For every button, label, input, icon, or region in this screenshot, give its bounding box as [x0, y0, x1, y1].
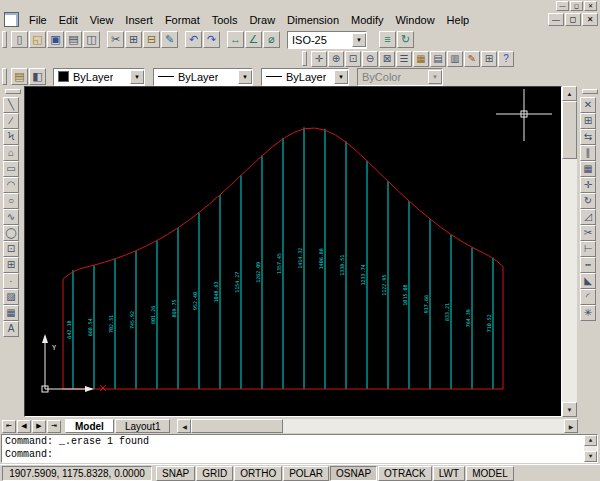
- osnap-toggle[interactable]: OSNAP: [330, 466, 377, 481]
- open-file-button[interactable]: ◱: [29, 31, 46, 48]
- lineweight-combo[interactable]: ByLayer▼: [261, 68, 349, 86]
- array-button[interactable]: ▦: [580, 161, 596, 177]
- tab-model[interactable]: Model: [65, 419, 114, 433]
- dim-angular-button[interactable]: ∠: [245, 31, 262, 48]
- doc-close-button[interactable]: ✕: [582, 13, 598, 26]
- construction-line-button[interactable]: ∕: [3, 113, 19, 129]
- snap-toggle[interactable]: SNAP: [156, 466, 195, 481]
- menu-dimension[interactable]: Dimension: [281, 12, 345, 28]
- toolbar-grip[interactable]: [302, 51, 307, 66]
- save-file-button[interactable]: ▣: [47, 31, 64, 48]
- tab-next-button[interactable]: ▶: [32, 420, 46, 433]
- vertical-scroll-thumb[interactable]: [562, 101, 577, 159]
- menu-edit[interactable]: Edit: [53, 12, 84, 28]
- doc-minimize-button[interactable]: —: [548, 13, 564, 26]
- ortho-toggle[interactable]: ORTHO: [234, 466, 282, 481]
- polygon-button[interactable]: ⌂: [3, 145, 19, 161]
- ellipse-button[interactable]: ◯: [3, 225, 19, 241]
- menu-tools[interactable]: Tools: [206, 12, 244, 28]
- linetype-combo[interactable]: ByLayer▼: [153, 68, 253, 86]
- plot-button[interactable]: ▤: [65, 31, 82, 48]
- make-block-button[interactable]: ⊞: [3, 257, 19, 273]
- toolbar-grip[interactable]: [582, 89, 598, 94]
- tab-first-button[interactable]: ⇤: [2, 420, 16, 433]
- dim-style-combo[interactable]: ISO-25 ▼: [287, 31, 367, 49]
- menu-insert[interactable]: Insert: [119, 12, 159, 28]
- lineweight-combo-drop[interactable]: ▼: [334, 70, 348, 84]
- tab-last-button[interactable]: ⇥: [47, 420, 61, 433]
- extend-button[interactable]: ⊢: [580, 241, 596, 257]
- rotate-button[interactable]: ↻: [580, 193, 596, 209]
- polyline-button[interactable]: Ϟ: [3, 129, 19, 145]
- command-scroll-down-button[interactable]: ▼: [584, 451, 597, 462]
- toolbar-grip[interactable]: [2, 31, 7, 48]
- markup-button[interactable]: ✎: [464, 51, 480, 67]
- scroll-up-button[interactable]: ▲: [562, 86, 577, 101]
- redo-button[interactable]: ↷: [203, 31, 220, 48]
- design-center-button[interactable]: ▦: [413, 51, 429, 67]
- tool-palettes-button[interactable]: ▤: [430, 51, 446, 67]
- chamfer-button[interactable]: ◣: [580, 273, 596, 289]
- offset-button[interactable]: ∥: [580, 145, 596, 161]
- cut-button[interactable]: ✂: [107, 31, 124, 48]
- zoom-window-button[interactable]: ⊡: [345, 51, 361, 67]
- lwt-toggle[interactable]: LWT: [433, 466, 465, 481]
- otrack-toggle[interactable]: OTRACK: [378, 466, 432, 481]
- undo-button[interactable]: ↶: [185, 31, 202, 48]
- scroll-track[interactable]: [283, 419, 564, 433]
- trim-button[interactable]: ✂: [580, 225, 596, 241]
- help-button[interactable]: ?: [498, 51, 514, 67]
- hatch-button[interactable]: ▨: [3, 289, 19, 305]
- drawing-canvas[interactable]: 642.18668.54702.31745.92801.26869.75952.…: [24, 86, 562, 417]
- circle-button[interactable]: ○: [3, 193, 19, 209]
- copy-object-button[interactable]: ⊞: [580, 113, 596, 129]
- polar-toggle[interactable]: POLAR: [283, 466, 329, 481]
- break-button[interactable]: ┅: [580, 257, 596, 273]
- zoom-extents-button[interactable]: ⊠: [379, 51, 395, 67]
- layer-properties-manager-button[interactable]: ▤: [11, 68, 28, 85]
- linetype-combo-drop[interactable]: ▼: [238, 70, 252, 84]
- menu-draw[interactable]: Draw: [243, 12, 281, 28]
- explode-button[interactable]: ✳: [580, 305, 596, 321]
- match-properties-button[interactable]: ✎: [161, 31, 178, 48]
- pan-button[interactable]: ✛: [311, 51, 327, 67]
- ordinate-lines[interactable]: 642.18668.54702.31745.92801.26869.75952.…: [66, 127, 493, 389]
- copy-button[interactable]: ⊞: [125, 31, 142, 48]
- model-toggle[interactable]: MODEL: [466, 466, 514, 481]
- mirror-button[interactable]: ⇆: [580, 129, 596, 145]
- erase-button[interactable]: ✕: [580, 97, 596, 113]
- zoom-realtime-button[interactable]: ⊕: [328, 51, 344, 67]
- toolbar-grip[interactable]: [5, 89, 21, 94]
- dim-radius-button[interactable]: ⌀: [263, 31, 280, 48]
- tab-prev-button[interactable]: ◀: [17, 420, 31, 433]
- command-prompt-line[interactable]: Command:: [2, 448, 597, 461]
- properties-button[interactable]: ☰: [396, 51, 412, 67]
- menu-view[interactable]: View: [84, 12, 120, 28]
- command-window[interactable]: Command: _.erase 1 found Command: ▲ ▼: [1, 434, 598, 463]
- menu-format[interactable]: Format: [159, 12, 206, 28]
- tab-layout1[interactable]: Layout1: [115, 419, 171, 433]
- rectangle-button[interactable]: ▭: [3, 161, 19, 177]
- arc-button[interactable]: ◠: [3, 177, 19, 193]
- new-file-button[interactable]: ▯: [11, 31, 28, 48]
- scroll-down-button[interactable]: ▼: [562, 402, 577, 417]
- menu-modify[interactable]: Modify: [345, 12, 389, 28]
- scroll-left-button[interactable]: ◀: [177, 419, 191, 433]
- fillet-button[interactable]: ◜: [580, 289, 596, 305]
- menu-help[interactable]: Help: [441, 12, 476, 28]
- horizontal-scroll-thumb[interactable]: [191, 419, 283, 433]
- quick-calc-button[interactable]: ⊞: [481, 51, 497, 67]
- point-marker[interactable]: [100, 385, 106, 391]
- dim-edit-button[interactable]: ≡: [379, 31, 396, 48]
- paste-button[interactable]: ⊟: [143, 31, 160, 48]
- horizontal-scrollbar[interactable]: ◀ ▶: [177, 419, 578, 433]
- command-scrollbar[interactable]: ▲ ▼: [584, 435, 597, 462]
- doc-restore-button[interactable]: ◻: [565, 13, 581, 26]
- dim-linear-button[interactable]: ↔: [227, 31, 244, 48]
- zoom-previous-button[interactable]: ⊖: [362, 51, 378, 67]
- layer-states-button[interactable]: ◧: [29, 68, 46, 85]
- dim-style-combo-drop[interactable]: ▼: [352, 33, 366, 47]
- dim-update-button[interactable]: ↻: [397, 31, 414, 48]
- spline-button[interactable]: ∿: [3, 209, 19, 225]
- scroll-right-button[interactable]: ▶: [564, 419, 578, 433]
